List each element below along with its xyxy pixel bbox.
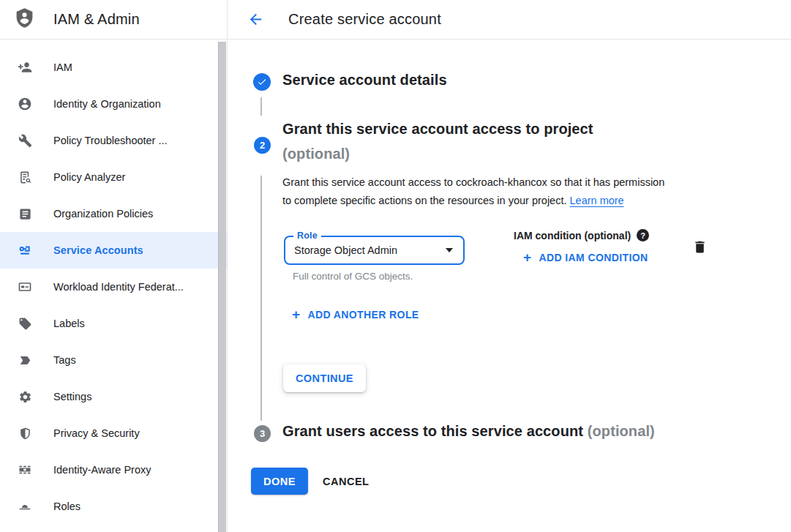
page-header: Create service account bbox=[228, 0, 791, 39]
continue-button[interactable]: CONTINUE bbox=[283, 364, 366, 392]
delete-role-trash-icon[interactable] bbox=[691, 237, 708, 256]
sidebar-nav: IAM Identity & Organization Policy Troub… bbox=[0, 40, 228, 532]
wrench-icon bbox=[18, 133, 32, 148]
account-circle-icon bbox=[18, 97, 32, 111]
sidebar-item-label: IAM bbox=[53, 61, 72, 73]
role-select-label: Role bbox=[293, 231, 321, 241]
sidebar-item-policy-troubleshooter[interactable]: Policy Troubleshooter ... bbox=[0, 122, 227, 159]
sidebar-item-workload-identity-federation[interactable]: Workload Identity Federat... bbox=[0, 269, 227, 305]
role-select-value: Storage Object Admin bbox=[294, 244, 397, 256]
step1-title[interactable]: Service account details bbox=[282, 72, 447, 89]
sidebar-item-identity-aware-proxy[interactable]: Identity-Aware Proxy bbox=[0, 452, 227, 488]
sidebar-item-privacy-security[interactable]: Privacy & Security bbox=[0, 415, 227, 452]
tag-icon bbox=[18, 316, 32, 331]
learn-more-link[interactable]: Learn more bbox=[570, 195, 624, 206]
step2-description: Grant this service account access to coc… bbox=[282, 173, 727, 210]
role-select[interactable]: Role Storage Object Admin bbox=[284, 236, 465, 265]
page-title: Create service account bbox=[288, 11, 441, 28]
gear-icon bbox=[18, 389, 32, 404]
stepper-connector bbox=[260, 97, 262, 116]
product-header: IAM & Admin bbox=[0, 0, 228, 39]
add-another-role-button[interactable]: + ADD ANOTHER ROLE bbox=[292, 307, 419, 321]
sidebar-item-settings[interactable]: Settings bbox=[0, 378, 227, 415]
step3-title-optional: (optional) bbox=[588, 423, 655, 439]
sidebar-item-identity-organization[interactable]: Identity & Organization bbox=[0, 86, 227, 122]
article-icon bbox=[18, 206, 32, 221]
add-iam-condition-label: ADD IAM CONDITION bbox=[539, 252, 648, 263]
add-iam-condition-button[interactable]: + ADD IAM CONDITION bbox=[523, 250, 648, 264]
proxy-icon bbox=[18, 462, 32, 477]
step1-completed-check-icon bbox=[253, 73, 271, 91]
sidebar-item-iam[interactable]: IAM bbox=[0, 49, 227, 86]
step2-number-badge: 2 bbox=[254, 137, 271, 154]
sidebar-item-labels[interactable]: Labels bbox=[0, 305, 227, 342]
sidebar-item-label: Roles bbox=[53, 501, 80, 512]
sidebar-item-service-accounts[interactable]: Service Accounts bbox=[0, 232, 227, 269]
stepper-connector bbox=[260, 176, 262, 421]
step3-title-text: Grant users access to this service accou… bbox=[282, 423, 583, 439]
sidebar-item-label: Privacy & Security bbox=[53, 427, 140, 439]
badge-card-icon bbox=[18, 280, 32, 294]
top-app-bar: IAM & Admin Create service account bbox=[0, 0, 791, 40]
iam-shield-logo-icon bbox=[14, 7, 35, 31]
chevron-down-icon bbox=[446, 248, 453, 252]
shield-half-icon bbox=[18, 426, 32, 441]
policy-document-icon bbox=[18, 170, 32, 184]
create-service-account-form: Service account details 2 Grant this ser… bbox=[228, 40, 791, 532]
role-helper-text: Full control of GCS objects. bbox=[293, 271, 413, 282]
iam-condition-label-text: IAM condition (optional) bbox=[514, 230, 631, 241]
sidebar-item-label: Identity & Organization bbox=[53, 98, 161, 110]
step3-number-badge: 3 bbox=[254, 425, 271, 442]
step3-title[interactable]: Grant users access to this service accou… bbox=[282, 423, 655, 440]
sidebar-item-label: Labels bbox=[53, 318, 85, 329]
sidebar-item-label: Organization Policies bbox=[53, 208, 153, 220]
label-important-icon bbox=[18, 353, 32, 367]
step2-title-optional: (optional) bbox=[282, 146, 350, 162]
done-button[interactable]: DONE bbox=[251, 468, 308, 495]
sidebar-item-label: Policy Troubleshooter ... bbox=[53, 135, 168, 146]
iam-condition-label: IAM condition (optional) ? bbox=[514, 229, 649, 241]
sidebar-item-tags[interactable]: Tags bbox=[0, 342, 227, 378]
sidebar-item-label: Service Accounts bbox=[53, 244, 143, 256]
sidebar-item-label: Policy Analyzer bbox=[53, 171, 125, 183]
cancel-button[interactable]: CANCEL bbox=[323, 468, 369, 495]
plus-icon: + bbox=[292, 307, 301, 321]
hat-icon bbox=[18, 499, 32, 514]
back-arrow-icon[interactable] bbox=[247, 11, 264, 29]
add-another-role-label: ADD ANOTHER ROLE bbox=[308, 309, 419, 321]
sidebar-item-label: Settings bbox=[53, 391, 91, 402]
sidebar-item-label: Identity-Aware Proxy bbox=[53, 464, 151, 476]
person-add-icon bbox=[18, 60, 32, 75]
sidebar-scrollbar[interactable] bbox=[218, 42, 226, 532]
sidebar-item-roles[interactable]: Roles bbox=[0, 488, 227, 525]
sidebar-item-policy-analyzer[interactable]: Policy Analyzer bbox=[0, 159, 227, 195]
help-icon[interactable]: ? bbox=[637, 229, 649, 241]
sidebar-item-organization-policies[interactable]: Organization Policies bbox=[0, 195, 227, 232]
step2-title[interactable]: Grant this service account access to pro… bbox=[282, 121, 593, 138]
sidebar-item-label: Workload Identity Federat... bbox=[53, 281, 184, 293]
plus-icon: + bbox=[523, 250, 532, 264]
sidebar-item-label: Tags bbox=[53, 354, 76, 366]
service-account-key-icon bbox=[18, 243, 32, 258]
product-title: IAM & Admin bbox=[53, 11, 140, 28]
